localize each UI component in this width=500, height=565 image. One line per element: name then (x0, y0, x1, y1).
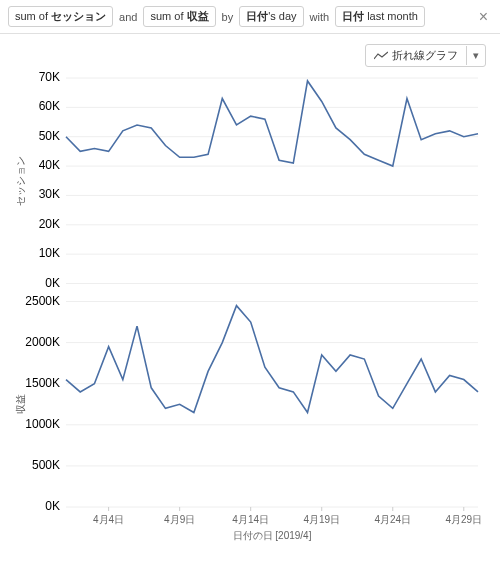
svg-text:4月19日: 4月19日 (303, 514, 340, 525)
query-conj-and: and (117, 11, 139, 23)
chevron-down-icon[interactable]: ▾ (466, 46, 485, 65)
pill-bold: セッション (51, 10, 106, 22)
pill-bold: 日付 (246, 10, 268, 22)
svg-text:4月24日: 4月24日 (374, 514, 411, 525)
pill-suffix: last month (364, 10, 418, 22)
query-pill-date-range[interactable]: 日付 last month (335, 6, 425, 27)
svg-text:30K: 30K (39, 187, 60, 201)
svg-text:収益: 収益 (15, 394, 26, 414)
svg-text:セッション: セッション (15, 156, 26, 206)
svg-text:日付の日 [2019/4]: 日付の日 [2019/4] (233, 530, 312, 541)
query-pill-sessions[interactable]: sum of セッション (8, 6, 113, 27)
close-icon[interactable]: × (475, 9, 492, 25)
svg-text:70K: 70K (39, 70, 60, 84)
svg-text:4月14日: 4月14日 (232, 514, 269, 525)
query-conj-by: by (220, 11, 236, 23)
svg-text:2000K: 2000K (25, 335, 60, 349)
pill-bold: 収益 (187, 10, 209, 22)
pill-suffix: 's day (268, 10, 296, 22)
query-pill-date-day[interactable]: 日付's day (239, 6, 303, 27)
svg-text:10K: 10K (39, 246, 60, 260)
chart-canvas: 0K10K20K30K40K50K60K70Kセッション0K500K1000K1… (10, 42, 490, 547)
svg-text:0K: 0K (45, 499, 60, 513)
chart-type-label: 折れ線グラフ (392, 48, 458, 63)
pill-prefix: sum of (15, 10, 51, 22)
line-chart-icon (374, 51, 388, 61)
app-window: sum of セッション and sum of 収益 by 日付's day w… (0, 0, 500, 565)
svg-text:50K: 50K (39, 129, 60, 143)
chart-type-selector[interactable]: 折れ線グラフ ▾ (365, 44, 486, 67)
pill-bold: 日付 (342, 10, 364, 22)
svg-text:4月4日: 4月4日 (93, 514, 124, 525)
svg-text:1000K: 1000K (25, 417, 60, 431)
svg-text:60K: 60K (39, 99, 60, 113)
svg-text:4月9日: 4月9日 (164, 514, 195, 525)
query-bar: sum of セッション and sum of 収益 by 日付's day w… (0, 0, 500, 34)
svg-text:2500K: 2500K (25, 294, 60, 308)
svg-text:20K: 20K (39, 217, 60, 231)
chart-area: 折れ線グラフ ▾ 0K10K20K30K40K50K60K70Kセッション0K5… (0, 34, 500, 551)
svg-text:1500K: 1500K (25, 376, 60, 390)
query-conj-with: with (308, 11, 332, 23)
svg-text:500K: 500K (32, 458, 60, 472)
pill-prefix: sum of (150, 10, 186, 22)
chart-type-label-wrap: 折れ線グラフ (366, 45, 466, 66)
svg-text:0K: 0K (45, 276, 60, 290)
svg-text:40K: 40K (39, 158, 60, 172)
query-pill-revenue[interactable]: sum of 収益 (143, 6, 215, 27)
svg-text:4月29日: 4月29日 (445, 514, 482, 525)
